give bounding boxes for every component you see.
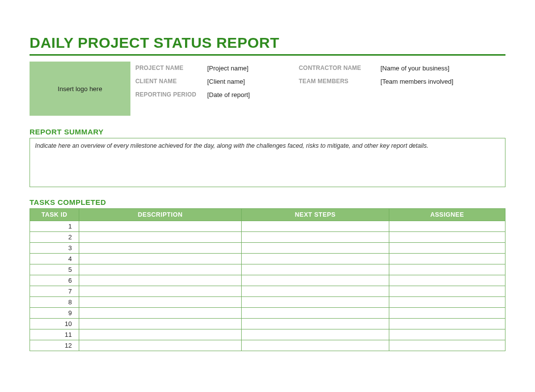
table-row: 1 <box>30 221 505 232</box>
task-id-cell[interactable]: 6 <box>30 275 79 286</box>
col-description: DESCRIPTION <box>79 209 242 221</box>
table-row: 5 <box>30 264 505 275</box>
reporting-period-value[interactable]: [Date of report] <box>207 91 296 98</box>
team-members-value[interactable]: [Team members involved] <box>380 78 505 85</box>
table-row: 6 <box>30 275 505 286</box>
task-assignee-cell[interactable] <box>389 221 505 232</box>
task-assignee-cell[interactable] <box>389 319 505 329</box>
tasks-header-row: TASK ID DESCRIPTION NEXT STEPS ASSIGNEE <box>30 209 505 221</box>
table-row: 8 <box>30 297 505 308</box>
task-next-steps-cell[interactable] <box>242 232 389 243</box>
contractor-name-label: CONTRACTOR NAME <box>299 65 378 72</box>
task-assignee-cell[interactable] <box>389 254 505 264</box>
col-task-id: TASK ID <box>30 209 79 221</box>
table-row: 11 <box>30 329 505 340</box>
task-description-cell[interactable] <box>79 254 242 264</box>
task-description-cell[interactable] <box>79 264 242 275</box>
task-assignee-cell[interactable] <box>389 286 505 297</box>
task-id-cell[interactable]: 3 <box>30 243 79 254</box>
task-description-cell[interactable] <box>79 243 242 254</box>
task-next-steps-cell[interactable] <box>242 329 389 340</box>
task-next-steps-cell[interactable] <box>242 297 389 308</box>
task-assignee-cell[interactable] <box>389 340 505 351</box>
table-row: 2 <box>30 232 505 243</box>
task-id-cell[interactable]: 10 <box>30 319 79 329</box>
table-row: 10 <box>30 319 505 329</box>
task-next-steps-cell[interactable] <box>242 286 389 297</box>
task-id-cell[interactable]: 4 <box>30 254 79 264</box>
task-id-cell[interactable]: 8 <box>30 297 79 308</box>
task-id-cell[interactable]: 9 <box>30 308 79 319</box>
task-assignee-cell[interactable] <box>389 275 505 286</box>
page-title: DAILY PROJECT STATUS REPORT <box>30 34 505 56</box>
table-row: 3 <box>30 243 505 254</box>
task-next-steps-cell[interactable] <box>242 221 389 232</box>
task-id-cell[interactable]: 1 <box>30 221 79 232</box>
tasks-completed-heading: TASKS COMPLETED <box>30 198 505 206</box>
task-description-cell[interactable] <box>79 340 242 351</box>
task-next-steps-cell[interactable] <box>242 243 389 254</box>
info-area: Insert logo here PROJECT NAME [Project n… <box>30 62 505 116</box>
report-summary-heading: REPORT SUMMARY <box>30 128 505 136</box>
task-description-cell[interactable] <box>79 297 242 308</box>
task-description-cell[interactable] <box>79 232 242 243</box>
task-assignee-cell[interactable] <box>389 264 505 275</box>
table-row: 12 <box>30 340 505 351</box>
task-description-cell[interactable] <box>79 221 242 232</box>
tasks-table: TASK ID DESCRIPTION NEXT STEPS ASSIGNEE … <box>30 208 505 351</box>
table-row: 4 <box>30 254 505 264</box>
task-assignee-cell[interactable] <box>389 243 505 254</box>
task-id-cell[interactable]: 5 <box>30 264 79 275</box>
task-description-cell[interactable] <box>79 308 242 319</box>
task-next-steps-cell[interactable] <box>242 254 389 264</box>
task-assignee-cell[interactable] <box>389 329 505 340</box>
table-row: 7 <box>30 286 505 297</box>
task-description-cell[interactable] <box>79 286 242 297</box>
task-next-steps-cell[interactable] <box>242 264 389 275</box>
task-description-cell[interactable] <box>79 319 242 329</box>
task-next-steps-cell[interactable] <box>242 308 389 319</box>
task-assignee-cell[interactable] <box>389 232 505 243</box>
table-row: 9 <box>30 308 505 319</box>
client-name-value[interactable]: [Client name] <box>207 78 296 85</box>
task-id-cell[interactable]: 12 <box>30 340 79 351</box>
task-assignee-cell[interactable] <box>389 297 505 308</box>
task-next-steps-cell[interactable] <box>242 319 389 329</box>
task-id-cell[interactable]: 11 <box>30 329 79 340</box>
task-next-steps-cell[interactable] <box>242 340 389 351</box>
task-id-cell[interactable]: 2 <box>30 232 79 243</box>
client-name-label: CLIENT NAME <box>135 78 204 85</box>
reporting-period-label: REPORTING PERIOD <box>135 91 204 98</box>
task-description-cell[interactable] <box>79 275 242 286</box>
project-name-label: PROJECT NAME <box>135 65 204 72</box>
report-summary-box[interactable]: Indicate here an overview of every miles… <box>30 138 505 187</box>
col-next-steps: NEXT STEPS <box>242 209 389 221</box>
logo-placeholder[interactable]: Insert logo here <box>30 62 130 116</box>
task-assignee-cell[interactable] <box>389 308 505 319</box>
team-members-label: TEAM MEMBERS <box>299 78 378 85</box>
contractor-name-value[interactable]: [Name of your business] <box>380 65 505 72</box>
task-next-steps-cell[interactable] <box>242 275 389 286</box>
task-id-cell[interactable]: 7 <box>30 286 79 297</box>
col-assignee: ASSIGNEE <box>389 209 505 221</box>
project-name-value[interactable]: [Project name] <box>207 65 296 72</box>
task-description-cell[interactable] <box>79 329 242 340</box>
